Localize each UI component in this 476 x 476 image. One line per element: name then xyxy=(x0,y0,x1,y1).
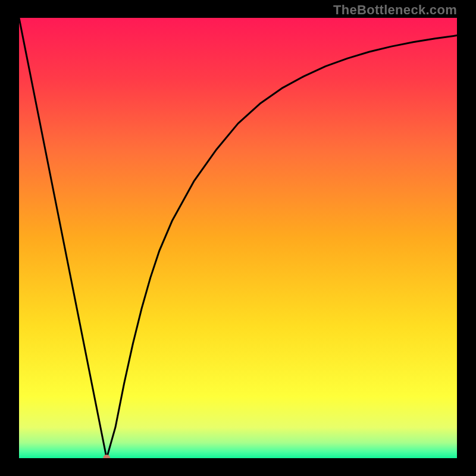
bottleneck-chart xyxy=(19,18,457,458)
gradient-background xyxy=(19,18,457,458)
watermark-label: TheBottleneck.com xyxy=(333,2,457,18)
chart-frame: TheBottleneck.com xyxy=(0,0,476,476)
